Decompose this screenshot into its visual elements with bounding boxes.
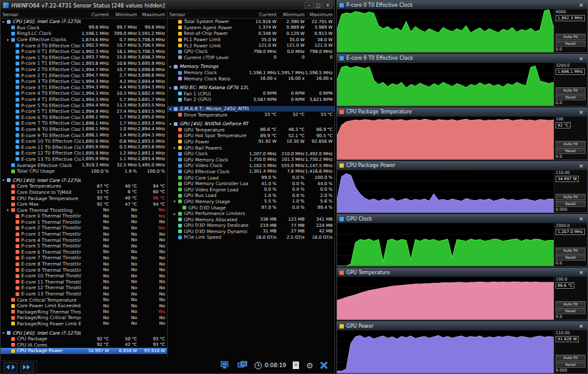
reset-button[interactable]: Reset	[556, 362, 586, 368]
reset-button[interactable]: Reset	[556, 254, 586, 261]
sensor-row[interactable]: CPU Package92 °C50 °C93 °C	[1, 336, 167, 342]
remote-monitor-button[interactable]	[220, 361, 231, 370]
sensor-row[interactable]: GPU Clock1,207.0 MHz210.0 MHz1,492.0 MHz	[168, 151, 334, 157]
expander-icon[interactable]: ▾	[169, 86, 174, 90]
sensor-row[interactable]: E-core 12 T0 Effective Clock1,695.9 MHz1…	[1, 150, 167, 156]
sensor-row[interactable]: Drive Temperature33 °C32 °C33 °C	[168, 112, 334, 118]
sensor-row[interactable]: P-core 5 T0 Effective Clock1,994.4 MHz11…	[1, 102, 167, 108]
sensor-row[interactable]: ▾CPU [#0]: Intel Core i7-12700H: DTS	[1, 177, 167, 183]
sensor-row[interactable]: Core Critical TemperatureNoNoNo	[1, 297, 167, 303]
close-icon[interactable]: ×	[577, 2, 585, 8]
sensor-row[interactable]: ▸GPU Performance Limiters	[168, 211, 334, 217]
sensor-row[interactable]: ▾CPU [#0]: Intel Core i7-12700H: Enhance…	[1, 330, 167, 336]
sensor-row[interactable]: GPU Memory Controller Load41.0 %0.0 %44.…	[168, 181, 334, 187]
auto-fit-button[interactable]: Auto Fit	[556, 34, 586, 40]
close-icon[interactable]: ×	[577, 163, 585, 169]
sensor-row[interactable]: Current cTDP Level000	[168, 55, 334, 61]
reset-button[interactable]: Reset	[556, 201, 586, 207]
sensor-row[interactable]: E-core 7 Thermal ThrottlingNoNoNo	[1, 255, 167, 261]
sensor-row[interactable]: Package/Ring Critical TemperatureNoNoNo	[1, 315, 167, 321]
expander-icon[interactable]: ▾	[169, 122, 174, 126]
sensor-row[interactable]: CPU Package Temperature92 °C40 °C96 °C	[1, 195, 167, 201]
sensor-row[interactable]: Fan 2 (GPU)3,567 RPM0 RPM3,621 RPM	[168, 97, 334, 103]
sensor-row[interactable]: P-core 3 Thermal ThrottlingNoNoNo	[1, 231, 167, 237]
sensor-row[interactable]: GPU Memory Allocated336 MB123 MB341 MB	[168, 216, 334, 223]
sensor-row[interactable]: E-core 8 Thermal ThrottlingNoNoNo	[1, 261, 167, 267]
sensor-row[interactable]: P-core 1 T1 Effective Clock1,993.8 MHz10…	[1, 60, 167, 67]
sensor-row[interactable]: Ring/LLC Clock1,596.1 MHz399.0 MHz3,591.…	[1, 31, 167, 37]
graph-titlebar[interactable]: GPU Temperature×	[337, 268, 587, 277]
close-icon[interactable]: ×	[577, 109, 585, 115]
sensor-row[interactable]: P-core 1 T0 Effective Clock1,993.7 MHz15…	[1, 55, 167, 61]
sensor-row[interactable]: GPU Power91.92 W10.30 W92.856 W	[168, 139, 334, 145]
sensor-row[interactable]: P-core 3 T0 Effective Clock1,994.3 MHz4.…	[1, 79, 167, 85]
sensor-row[interactable]: P-core 5 T1 Effective Clock1,994.9 MHz27…	[1, 108, 167, 115]
expander-icon[interactable]: ▾	[7, 208, 11, 212]
sensor-row[interactable]: ▾CPU [#0]: Intel Core i7-12700H	[1, 19, 167, 25]
graph-titlebar[interactable]: GPU Clock×	[337, 214, 587, 223]
settings-button[interactable]: ⚙	[306, 362, 313, 370]
expander-icon[interactable]: ▾	[2, 331, 7, 335]
auto-fit-button[interactable]: Auto Fit	[556, 194, 586, 200]
sensor-row[interactable]: E-core 13 T0 Effective Clock1,695.9 MHz1…	[1, 156, 167, 163]
sensor-row[interactable]: ▾GPU [#0]: NVIDIA GeForce RTX 3060 L...	[168, 121, 334, 127]
sensor-row[interactable]: ▾Core Thermal ThrottlingNoNoYes	[1, 207, 167, 213]
expander-icon[interactable]: ▾	[2, 20, 7, 24]
sensor-row[interactable]: ▾S.M.A.R.T.: Micron_2450_MTFDKBA1T...	[168, 106, 334, 112]
sensor-row[interactable]: Memory Clock1,596.1 MHz1,595.7 MHz1,596.…	[168, 70, 334, 76]
sensor-row[interactable]: Average Effective Clock1,919.3 MHz32.5 M…	[1, 162, 167, 168]
sensor-row[interactable]: E-core 11 Thermal ThrottlingNoNoNo	[1, 279, 167, 285]
sensor-row[interactable]: E-core 11 T0 Effective Clock1,695.9 MHz0…	[1, 144, 167, 150]
sensor-row[interactable]: ▾GPU Memory Usage5.5 %1.0 %5.6 %	[168, 199, 334, 205]
sensor-row[interactable]: P-core 2 T0 Effective Clock1,994.7 MHz10…	[1, 67, 167, 73]
sensor-row[interactable]: P-core 4 T1 Effective Clock1,994.3 MHz5.…	[1, 97, 167, 103]
minimize-button[interactable]: –	[305, 2, 313, 9]
sensor-row[interactable]: E-core 10 Thermal ThrottlingNoNoNo	[1, 273, 167, 279]
sensor-row[interactable]: CPU IA Cores92 °C42 °C93 °C	[1, 342, 167, 348]
close-button[interactable]: ×	[323, 2, 332, 9]
graph-titlebar[interactable]: CPU Package Power×	[337, 161, 587, 170]
report-button[interactable]	[292, 361, 300, 370]
sensor-row[interactable]: Total System Power15.916 W2.390 W22.701 …	[168, 19, 334, 25]
expander-icon[interactable]: ▾	[169, 65, 174, 69]
auto-fit-button[interactable]: Auto Fit	[556, 355, 586, 361]
sensor-row[interactable]: E-core 10 T0 Effective Clock1,695.9 MHz0…	[1, 138, 167, 145]
sensor-row[interactable]: ▾MSI EC: MSI Katana GF76 12UE	[168, 85, 334, 91]
sensor-row[interactable]: Rest-of-Chip Power0.348 W0.129 W0.913 W	[168, 31, 334, 37]
graph-titlebar[interactable]: GPU Power×	[337, 322, 587, 330]
sensor-row[interactable]: P-core 0 Thermal ThrottlingNoNoYes	[1, 213, 167, 219]
close-icon[interactable]: ×	[577, 55, 585, 62]
sensor-row[interactable]: GPU Effective Clock1,301.4 MHz7.8 MHz1,4…	[168, 169, 334, 175]
sensor-row[interactable]: Total CPU Usage100.0 %1.9 %100.0 %	[1, 168, 167, 175]
graph-titlebar[interactable]: E-core 6 T0 Effective Clock×	[337, 54, 587, 63]
close-icon[interactable]: ×	[577, 323, 585, 329]
graph-titlebar[interactable]: P-core 0 T0 Effective Clock×	[337, 1, 587, 9]
sensor-row[interactable]: Memory Clock Ratio16.00 x16.00 x16.00 x	[168, 75, 334, 82]
sensor-row[interactable]: GPU Temperature86.6 °C48.3 °C86.9 °C	[168, 127, 334, 133]
sensor-row[interactable]: E-core 7 T0 Effective Clock1,696.1 MHz1.…	[1, 120, 167, 127]
logging-button[interactable]	[237, 361, 248, 370]
sensor-row[interactable]: P-core 1 Thermal ThrottlingNoNoNo	[1, 219, 167, 226]
sensor-row[interactable]: GPU Core Load99.0 %0.0 %100.0 %	[168, 175, 334, 181]
swap-windows-button[interactable]	[4, 362, 17, 373]
sensor-row[interactable]: Bus Clock99.8 MHz99.7 MHz99.8 MHz	[1, 25, 167, 31]
sensor-row[interactable]: Core Distance to TjMAX13 °C6 °C60 °C	[1, 189, 167, 196]
auto-fit-button[interactable]: Auto Fit	[556, 141, 586, 147]
sensor-row[interactable]: P-core 2 Thermal ThrottlingNoNoYes	[1, 225, 167, 231]
sensor-row[interactable]: E-core 6 Thermal ThrottlingNoNoNo	[1, 249, 167, 256]
sensor-row[interactable]: GPU Video Clock1,102.5 MHz555.0 MHz1,147…	[168, 163, 334, 169]
sensor-row[interactable]: P-core 5 Thermal ThrottlingNoNoNo	[1, 243, 167, 249]
sensor-row[interactable]: P-core 4 Thermal ThrottlingNoNoNo	[1, 237, 167, 243]
auto-fit-button[interactable]: Auto Fit	[556, 247, 586, 254]
sensor-row[interactable]: GPU Hot Spot Temperature89.9 °C52.1 °C90…	[168, 133, 334, 139]
sensor-row[interactable]: GPU D3D Memory Dynamic31 MB27 MB42 MB	[168, 229, 334, 235]
sensor-row[interactable]: Package/Ring Thermal ThrottlingNoNoYes	[1, 309, 167, 315]
graph-titlebar[interactable]: CPU Package Temperature×	[337, 108, 587, 117]
sensor-row[interactable]: Core Power Limit ExceededNoNoNo	[1, 303, 167, 309]
sensor-row[interactable]: ▸GPU Rail Powers	[168, 145, 334, 151]
reset-button[interactable]: Reset	[556, 41, 586, 47]
close-icon[interactable]: ×	[577, 216, 585, 222]
reset-button[interactable]: Reset	[556, 308, 586, 314]
expander-icon[interactable]: ▾	[2, 178, 7, 182]
sensor-row[interactable]: PCIe Link Speed16.0 GT/s2.5 GT/s16.0 GT/…	[168, 234, 334, 241]
